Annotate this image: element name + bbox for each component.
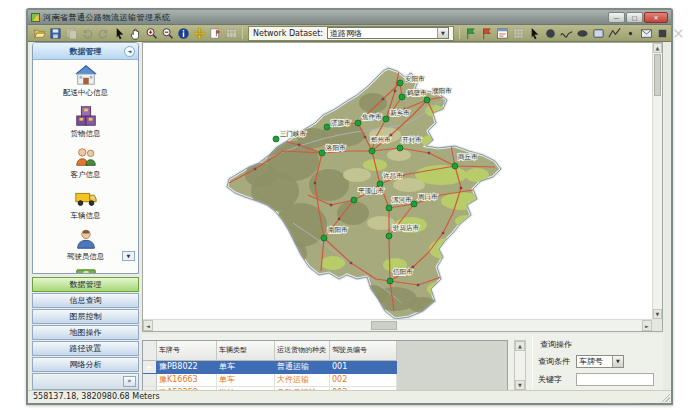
network-barrier-icon[interactable] xyxy=(479,26,494,41)
sidebar-item-label: 配送中心信息 xyxy=(33,88,138,98)
title-bar: 河南省普通公路物流运输管理系统 — □ ✕ xyxy=(28,10,671,25)
sidebar-item-1[interactable]: 配送中心信息 xyxy=(33,60,138,101)
column-header[interactable]: 驾驶员编号 xyxy=(330,341,397,361)
identify-info-icon[interactable] xyxy=(176,26,191,41)
curve-icon[interactable] xyxy=(559,26,574,41)
envelope-icon[interactable] xyxy=(639,26,654,41)
circle-icon[interactable] xyxy=(543,26,558,41)
toolbar-right-icons xyxy=(463,26,686,41)
cargo-icon xyxy=(33,104,138,128)
panel-title: 数据管理 xyxy=(70,46,102,57)
map-vertical-scrollbar[interactable]: ▲ ▼ xyxy=(652,43,662,319)
map-horizontal-scrollbar[interactable]: ◄ ► xyxy=(143,319,652,331)
stack-button-6[interactable]: 网络分析 xyxy=(32,357,139,372)
stack-button-5[interactable]: 路径设置 xyxy=(32,341,139,356)
zoom-in-icon[interactable] xyxy=(144,26,159,41)
stack-button-3[interactable]: 图层控制 xyxy=(32,309,139,324)
table-cell[interactable]: 002 xyxy=(330,374,397,387)
scroll-down-icon[interactable]: ▼ xyxy=(515,380,525,390)
stack-button-4[interactable]: 地图操作 xyxy=(32,325,139,340)
table-cell[interactable]: 单车 xyxy=(217,374,275,387)
table-vertical-scrollbar[interactable]: ▲ ▼ xyxy=(514,340,526,391)
data-management-panel: 数据管理 ◄ 配送中心信息货物信息客户信息车辆信息驾驶员信息 ▼ xyxy=(32,42,139,274)
save-icon[interactable] xyxy=(48,26,63,41)
henan-map[interactable]: 安阳市鹤壁市濮阳市新乡市焦作市济源市三门峡市洛阳市郑州市开封市商丘市许昌市平顶山… xyxy=(143,43,652,319)
table-row-2[interactable]: 豫K16663单车大件运输002 xyxy=(143,374,507,387)
pointer-icon[interactable] xyxy=(527,26,542,41)
scroll-left-icon[interactable]: ◄ xyxy=(143,320,153,331)
sidebar-item-2[interactable]: 货物信息 xyxy=(33,101,138,142)
map-canvas[interactable]: 安阳市鹤壁市濮阳市新乡市焦作市济源市三门峡市洛阳市郑州市开封市商丘市许昌市平顶山… xyxy=(143,43,652,319)
ellipse-icon[interactable] xyxy=(575,26,590,41)
rectangle-icon[interactable] xyxy=(591,26,606,41)
network-dataset-panel: Network Dataset: 道路网络 ▼ xyxy=(248,26,454,41)
scroll-up-icon[interactable]: ▲ xyxy=(515,341,525,351)
select-arrow-icon[interactable] xyxy=(112,26,127,41)
open-folder-icon[interactable] xyxy=(32,26,47,41)
chevron-down-icon[interactable]: ▼ xyxy=(437,28,448,38)
svg-text:驻马店市: 驻马店市 xyxy=(393,224,420,232)
window-title: 河南省普通公路物流运输管理系统 xyxy=(43,12,608,23)
chevron-down-icon[interactable]: ▼ xyxy=(612,356,623,367)
polyline-icon[interactable] xyxy=(607,26,622,41)
column-header[interactable]: 运送货物的种类 xyxy=(275,341,330,361)
pan-hand-icon[interactable] xyxy=(128,26,143,41)
bottom-panel: 车牌号车辆类型运送货物的种类驾驶员编号►豫PB8022单车普通运输001豫K16… xyxy=(142,334,663,390)
vehicle-table[interactable]: 车牌号车辆类型运送货物的种类驾驶员编号►豫PB8022单车普通运输001豫K16… xyxy=(142,340,508,391)
scroll-down-icon[interactable]: ▼ xyxy=(653,309,662,319)
more-items-icon[interactable]: ▼ xyxy=(122,251,135,261)
panel-collapse-icon[interactable]: ◄ xyxy=(124,46,135,57)
svg-text:南阳市: 南阳市 xyxy=(328,226,348,234)
app-icon xyxy=(31,13,40,22)
table-cell[interactable]: 001 xyxy=(330,361,397,374)
sidebar-item-3[interactable]: 客户信息 xyxy=(33,142,138,183)
full-extent-icon[interactable] xyxy=(192,26,207,41)
undo-icon xyxy=(80,26,95,41)
scroll-right-icon[interactable]: ► xyxy=(642,320,652,331)
table-row-1[interactable]: ►豫PB8022单车普通运输001 xyxy=(143,361,507,374)
attribute-table-icon xyxy=(224,26,239,41)
scroll-thumb[interactable] xyxy=(371,321,397,330)
query-condition-combobox[interactable]: 车牌号 ▼ xyxy=(576,355,624,368)
sidebar-item-partial[interactable] xyxy=(33,265,138,274)
table-cell[interactable]: 普通运输 xyxy=(275,361,330,374)
svg-text:三门峡市: 三门峡市 xyxy=(280,130,307,138)
panel-divider xyxy=(532,336,533,388)
table-cell[interactable]: 豫K16663 xyxy=(157,374,217,387)
column-header[interactable]: 车辆类型 xyxy=(217,341,275,361)
driver-icon xyxy=(33,227,138,251)
resize-grip-icon[interactable] xyxy=(661,393,670,402)
sidebar-item-label: 货物信息 xyxy=(33,129,138,139)
sidebar-item-4[interactable]: 车辆信息 xyxy=(33,183,138,224)
directions-icon[interactable] xyxy=(495,26,510,41)
toolbar-separator xyxy=(459,27,460,39)
query-condition-label: 查询条件 xyxy=(538,356,576,367)
row-selector[interactable] xyxy=(143,374,157,387)
scroll-up-icon[interactable]: ▲ xyxy=(653,43,662,53)
row-selector[interactable]: ► xyxy=(143,361,157,374)
network-location-icon[interactable] xyxy=(463,26,478,41)
column-header[interactable]: 车牌号 xyxy=(157,341,217,361)
locate-flag-icon[interactable] xyxy=(208,26,223,41)
stack-button-2[interactable]: 信息查询 xyxy=(32,293,139,308)
close-button[interactable]: ✕ xyxy=(644,12,668,23)
table-cell[interactable]: 大件运输 xyxy=(275,374,330,387)
point-icon[interactable] xyxy=(623,26,638,41)
network-dataset-combobox[interactable]: 道路网络 ▼ xyxy=(327,27,449,39)
panel-header: 数据管理 ◄ xyxy=(33,43,138,60)
customer-icon xyxy=(33,145,138,169)
stack-button-1[interactable]: 数据管理 xyxy=(32,277,139,292)
keyword-input[interactable] xyxy=(576,373,654,386)
row-selector-header xyxy=(143,341,157,361)
table-cell[interactable]: 单车 xyxy=(217,361,275,374)
minimize-button[interactable]: — xyxy=(608,12,625,23)
scroll-thumb[interactable] xyxy=(654,54,661,96)
table-cell[interactable]: 豫PB8022 xyxy=(157,361,217,374)
square-icon[interactable] xyxy=(655,26,670,41)
zoom-out-icon[interactable] xyxy=(160,26,175,41)
maximize-button[interactable]: □ xyxy=(626,12,643,23)
distribution-center-icon xyxy=(33,63,138,87)
status-bar: 558137.18, 3820980.68 Meters xyxy=(28,390,671,403)
stack-more-icon[interactable]: » xyxy=(123,376,136,387)
network-dataset-value: 道路网络 xyxy=(328,28,437,39)
